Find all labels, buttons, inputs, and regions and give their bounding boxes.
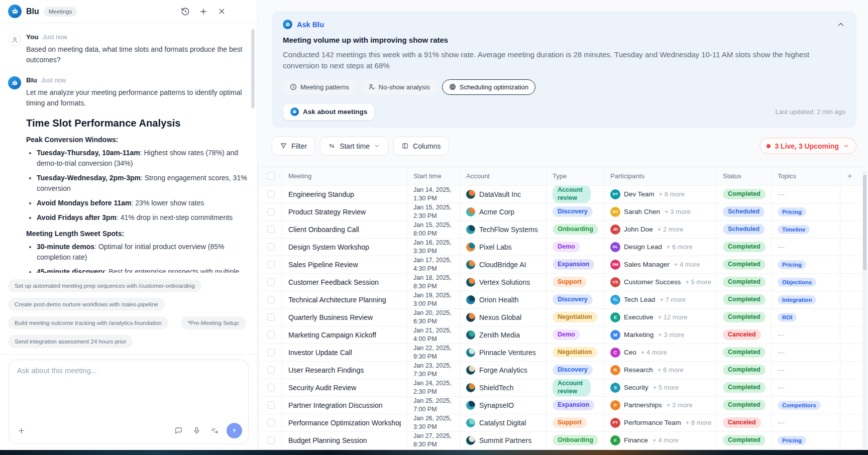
table-row[interactable]: Security Audit ReviewJan 24, 2025,2:30 P… <box>260 379 863 397</box>
close-icon[interactable] <box>217 7 226 16</box>
participant-name: Tech Lead <box>624 296 655 303</box>
row-checkbox[interactable] <box>267 172 275 180</box>
row-checkbox[interactable] <box>267 190 275 198</box>
row-checkbox[interactable] <box>267 261 275 268</box>
participant-name: Finance <box>624 436 648 444</box>
suggestion-chip[interactable]: Set up automated meeting prep sequences … <box>8 279 201 292</box>
status-cell: Completed <box>717 344 772 361</box>
meeting-name: User Research Findings <box>288 366 364 374</box>
start-time-text: 8:30 PM <box>413 282 437 290</box>
row-checkbox-cell <box>260 397 282 414</box>
participants-cell: TLTech Lead+ 7 more <box>604 291 717 308</box>
type-badge: Support <box>553 277 587 288</box>
table-row[interactable]: Product Strategy ReviewJan 15, 2025,2:30… <box>260 203 863 221</box>
meeting-name-cell: Partner Integration Discussion <box>282 397 407 414</box>
row-checkbox[interactable] <box>267 331 275 338</box>
status-cell: Canceled <box>717 414 772 431</box>
send-button[interactable] <box>227 423 242 438</box>
row-add-cell <box>840 326 863 344</box>
table-row[interactable]: Technical Architecture PlanningJan 19, 2… <box>260 291 863 309</box>
microphone-icon[interactable] <box>192 426 201 435</box>
chat-bubble-icon[interactable] <box>174 426 183 435</box>
participants-more-count: + 12 more <box>658 313 688 321</box>
sort-button[interactable]: Start time <box>320 137 388 156</box>
row-checkbox[interactable] <box>267 349 275 356</box>
suggestion-chip[interactable]: Build meeting outcome tracking with /ana… <box>8 316 168 329</box>
account-logo-icon <box>466 418 475 427</box>
topic-badge: Integration <box>778 295 816 304</box>
start-time-cell: Jan 22, 2025,9:30 PM <box>407 344 460 361</box>
insight-chip-meeting-patterns[interactable]: Meeting patterns <box>283 79 356 95</box>
table-scrollbar-thumb[interactable] <box>863 175 866 270</box>
status-badge: Completed <box>723 242 766 253</box>
type-badge: Onboarding <box>553 435 598 446</box>
insight-chip-label: Meeting patterns <box>300 83 349 91</box>
row-checkbox[interactable] <box>267 313 275 321</box>
meeting-name: Technical Architecture Planning <box>288 296 386 304</box>
table-row[interactable]: Sales Pipeline ReviewJan 17, 2025,4:30 P… <box>260 256 863 274</box>
suggestion-chip[interactable]: Create post-demo nurture workflows with … <box>8 298 165 311</box>
table-row[interactable]: Marketing Campaign KickoffJan 21, 2025,4… <box>260 326 863 344</box>
start-time-text: Jan 22, 2025, <box>413 344 452 352</box>
participant-avatar: DL <box>610 242 620 252</box>
target-icon <box>449 83 456 90</box>
row-checkbox[interactable] <box>267 225 275 233</box>
status-badge: Scheduled <box>723 224 765 235</box>
sort-label: Start time <box>340 142 370 150</box>
new-chat-icon[interactable] <box>199 7 208 16</box>
table-header-row: MeetingStart timeAccountTypeParticipants… <box>260 167 863 186</box>
participant-avatar: JD <box>610 224 620 235</box>
suggestion-chip[interactable]: Send integration assessment 24 hours pri… <box>8 335 133 348</box>
analysis-bullet: Avoid Fridays after 3pm: 41% drop in nex… <box>37 212 250 223</box>
table-row[interactable]: Engineering StandupJan 14, 2025,1:30 PMD… <box>260 186 863 203</box>
account-cell: Acme Corp <box>460 203 547 220</box>
type-cell: Negotiation <box>547 309 604 326</box>
table-row[interactable]: User Research FindingsJan 23, 2025,7:30 … <box>260 362 863 379</box>
row-checkbox[interactable] <box>267 401 275 409</box>
sidebar-scrollbar[interactable] <box>251 29 255 108</box>
account-logo-icon <box>466 295 475 304</box>
filter-button[interactable]: Filter <box>272 137 315 156</box>
attach-plus-icon[interactable] <box>17 426 26 435</box>
no-topic-placeholder: --- <box>778 366 785 374</box>
table-row[interactable]: Investor Update CallJan 22, 2025,9:30 PM… <box>260 344 863 362</box>
row-checkbox[interactable] <box>267 436 275 444</box>
row-checkbox[interactable] <box>267 243 275 251</box>
suggestion-chips: Set up automated meeting prep sequences … <box>0 273 257 354</box>
table-row[interactable]: Performance Optimization WorkshopJan 26,… <box>260 414 863 432</box>
live-upcoming-badge[interactable]: 3 Live, 3 Upcoming <box>759 138 856 154</box>
ask-about-meetings-button[interactable]: Ask about meetings <box>283 103 375 121</box>
columns-button[interactable]: Columns <box>393 137 449 156</box>
account-name: CloudBridge AI <box>479 261 526 269</box>
row-checkbox[interactable] <box>267 296 275 303</box>
row-checkbox[interactable] <box>267 366 275 374</box>
row-checkbox[interactable] <box>267 384 275 391</box>
suggestion-chip[interactable]: *Pre-Meeting Setup: <box>181 316 247 329</box>
table-row[interactable]: Partner Integration DiscussionJan 25, 20… <box>260 397 863 414</box>
insert-text-icon[interactable] <box>210 426 219 435</box>
start-time-text: Jan 20, 2025, <box>413 309 452 317</box>
participant-name: Sales Manager <box>624 261 670 268</box>
start-time-text: Jan 21, 2025, <box>413 326 452 334</box>
table-row[interactable]: Client Onboarding CallJan 15, 2025,8:00 … <box>260 221 863 239</box>
table-row[interactable]: Budget Planning SessionJan 27, 2025,8:30… <box>260 432 863 449</box>
participant-name: Security <box>624 384 648 391</box>
row-checkbox-cell <box>260 414 282 431</box>
row-checkbox[interactable] <box>267 208 275 215</box>
insight-chip-no-show-analysis[interactable]: No-show analysis <box>361 79 437 95</box>
table-row[interactable]: Quarterly Business ReviewJan 20, 2025,6:… <box>260 309 863 326</box>
collapse-chevron-up-icon[interactable] <box>836 20 845 29</box>
history-icon[interactable] <box>181 7 190 16</box>
account-cell: CloudBridge AI <box>460 256 547 273</box>
row-checkbox[interactable] <box>267 278 275 286</box>
table-row[interactable]: Customer Feedback SessionJan 18, 2025,8:… <box>260 274 863 291</box>
add-column-button[interactable]: + <box>840 167 863 185</box>
chat-input[interactable] <box>17 367 240 419</box>
table-row[interactable]: Design System WorkshopJan 16, 2025,3:30 … <box>260 239 863 256</box>
row-checkbox-cell <box>260 432 282 449</box>
status-cell: Completed <box>717 256 772 273</box>
insight-headline: Meeting volume up with improving show ra… <box>283 36 845 44</box>
suggestion-chip-row: Create post-demo nurture workflows with … <box>8 298 257 311</box>
insight-chip-scheduling-optimization[interactable]: Scheduling optimization <box>442 79 535 95</box>
row-checkbox[interactable] <box>267 419 275 426</box>
